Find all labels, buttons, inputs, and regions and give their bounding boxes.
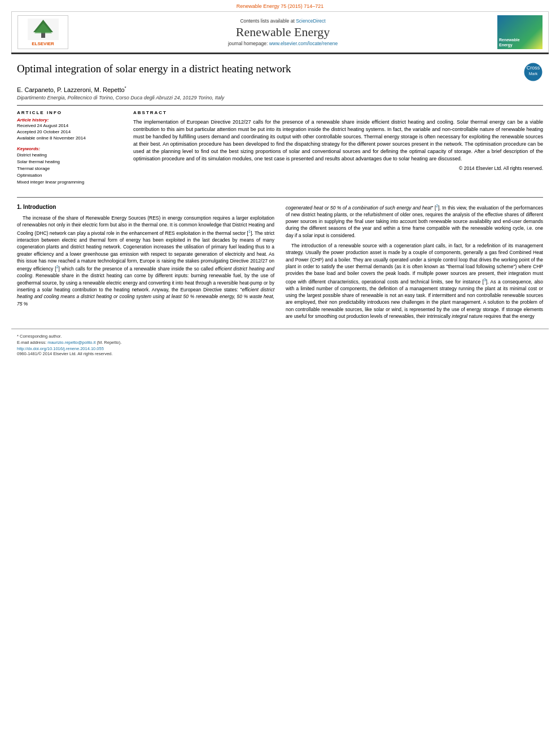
journal-cover-image: RenewableEnergy [497,15,542,49]
article-info-heading: ARTICLE INFO [17,110,124,115]
article-info-separator [17,105,543,106]
body-left-col: 1. Introduction The increase of the shar… [17,203,274,324]
article-info-column: ARTICLE INFO Article history: Received 2… [17,110,124,191]
available-date: Available online 8 November 2014 [17,136,124,141]
received-date: Received 24 August 2014 [17,123,124,128]
corresponding-author-mark: * [125,85,126,90]
body-para-right-2: The introduction of a renewable source w… [286,242,543,320]
science-direct-line: Contents lists available at ScienceDirec… [68,18,497,24]
authors: E. Carpaneto, P. Lazzeroni, M. Repetto* [17,85,543,93]
citation-bar: Renewable Energy 75 (2015) 714–721 [0,0,560,11]
contents-label: Contents lists available at [240,18,294,24]
abstract-heading: ABSTRACT [133,110,543,115]
author-email-link[interactable]: maurizio.repetto@polito.it [47,340,95,345]
journal-header: ELSEVIER Contents lists available at Sci… [11,11,549,53]
keyword-1: District heating [17,152,124,159]
journal-url-line: journal homepage: www.elsevier.com/locat… [68,41,497,46]
section-1-heading: 1. Introduction [17,203,274,212]
elsevier-brand-text: ELSEVIER [32,41,54,46]
science-direct-link[interactable]: ScienceDirect [296,18,325,24]
journal-homepage-link[interactable]: www.elsevier.com/locate/renene [269,41,338,46]
body-para-1: The increase of the share of Renewable E… [17,215,274,307]
body-para-right-1: cogenerated heat or 50 % of a combinatio… [286,203,543,239]
svg-text:Cross: Cross [527,65,540,71]
issn-line: 0960-1481/© 2014 Elsevier Ltd. All right… [17,351,543,356]
keyword-2: Solar thermal heating [17,159,124,165]
abstract-column: ABSTRACT The implementation of European … [133,110,543,191]
article-history-section: ARTICLE INFO Article history: Received 2… [17,110,124,141]
accepted-date: Accepted 20 October 2014 [17,129,124,134]
corresponding-author-note: * Corresponding author. [17,334,543,339]
crossmark-logo: Cross Mark [523,62,543,82]
email-note: E-mail address: maurizio.repetto@polito.… [17,340,543,345]
article-title-area: Optimal integration of solar energy in a… [17,62,543,82]
main-content: Optimal integration of solar energy in a… [11,54,549,329]
body-section: 1. Introduction The increase of the shar… [17,203,543,324]
copyright-notice: © 2014 Elsevier Ltd. All rights reserved… [133,165,543,171]
keywords-label: Keywords: [17,146,124,151]
page-footer: * Corresponding author. E-mail address: … [11,329,549,361]
keyword-4: Optimisation [17,172,124,179]
body-right-col: cogenerated heat or 50 % of a combinatio… [286,203,543,324]
corresponding-note-text: * Corresponding author. [17,334,62,339]
keyword-5: Mixed integer linear programming [17,179,124,186]
body-separator [17,197,543,198]
journal-center: Contents lists available at ScienceDirec… [68,18,497,46]
doi-line: http://dx.doi.org/10.1016/j.renene.2014.… [17,346,543,351]
abstract-text: The implementation of European Directive… [133,119,543,163]
article-title: Optimal integration of solar energy in a… [17,62,523,76]
journal-name: Renewable Energy [68,25,497,40]
history-label: Article history: [17,117,124,123]
doi-link[interactable]: http://dx.doi.org/10.1016/j.renene.2014.… [17,346,104,351]
keyword-3: Thermal storage [17,165,124,172]
article-meta-section: ARTICLE INFO Article history: Received 2… [17,110,543,191]
keywords-section: Keywords: District heating Solar thermal… [17,146,124,186]
elsevier-logo: ELSEVIER [18,15,68,49]
email-suffix: (M. Repetto). [97,340,121,345]
homepage-label: journal homepage: [228,41,268,46]
cover-text: RenewableEnergy [499,38,520,47]
affiliation: Dipartimento Energia, Politecnico di Tor… [17,95,543,101]
email-label: E-mail address: [17,340,46,345]
svg-text:Mark: Mark [529,72,538,76]
keywords-list: District heating Solar thermal heating T… [17,152,124,186]
